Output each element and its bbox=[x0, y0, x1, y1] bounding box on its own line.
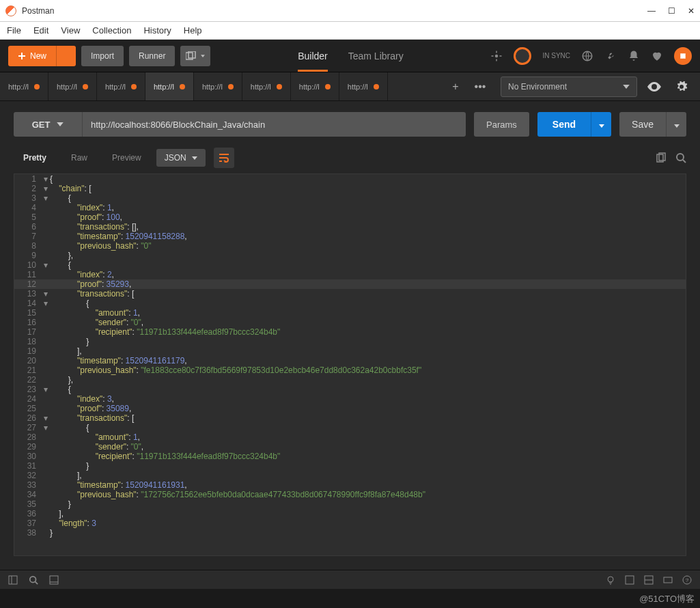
chevron-down-icon bbox=[599, 124, 604, 128]
params-button[interactable]: Params bbox=[474, 112, 529, 137]
code-line: 30 "recipient": "11971b133f444efead8f97b… bbox=[14, 452, 686, 461]
new-label: New bbox=[30, 51, 46, 61]
heart-icon[interactable] bbox=[651, 50, 663, 62]
unsaved-dot-icon bbox=[277, 84, 282, 89]
send-button[interactable]: Send bbox=[537, 112, 591, 137]
code-line: 20 "timestamp": 1520941161179, bbox=[14, 356, 686, 365]
environment-quicklook-button[interactable] bbox=[644, 77, 664, 97]
code-line: 5 "proof": 100, bbox=[14, 212, 686, 222]
code-line: 7 "timestamp": 1520941158288, bbox=[14, 232, 686, 241]
request-tab[interactable]: http://l bbox=[0, 72, 48, 100]
request-tab[interactable]: http://l bbox=[242, 72, 291, 100]
eye-icon bbox=[647, 82, 661, 92]
menu-edit[interactable]: Edit bbox=[33, 25, 48, 36]
request-tab[interactable]: http://l bbox=[97, 72, 145, 100]
new-dropdown[interactable] bbox=[56, 46, 76, 66]
http-method-select[interactable]: GET bbox=[14, 112, 82, 137]
tab-label: http://l bbox=[251, 83, 271, 91]
menu-view[interactable]: View bbox=[61, 25, 80, 36]
http-method-label: GET bbox=[32, 120, 51, 130]
request-tabs-bar: http://lhttp://lhttp://lhttp://lhttp://l… bbox=[0, 72, 700, 101]
window-title: Postman bbox=[22, 6, 647, 16]
chevron-down-icon bbox=[623, 85, 630, 89]
help-icon[interactable]: ? bbox=[682, 575, 692, 585]
request-tab[interactable]: http://l bbox=[339, 72, 388, 100]
find-icon[interactable] bbox=[29, 575, 38, 585]
new-window-button[interactable] bbox=[180, 46, 210, 66]
save-button[interactable]: Save bbox=[619, 112, 666, 137]
code-line: 35 } bbox=[14, 499, 686, 509]
new-button[interactable]: New bbox=[8, 46, 56, 66]
code-line: 24 "index": 3, bbox=[14, 394, 686, 404]
code-line: 18 } bbox=[14, 337, 686, 346]
keyboard-icon[interactable] bbox=[663, 575, 673, 585]
plus-icon bbox=[18, 52, 26, 60]
sidebar-toggle-icon[interactable] bbox=[8, 575, 18, 585]
menu-history[interactable]: History bbox=[143, 25, 171, 36]
code-line: 28 "amount": 1, bbox=[14, 432, 686, 442]
environment-settings-button[interactable] bbox=[671, 77, 692, 97]
new-tab-button[interactable]: + bbox=[443, 81, 468, 93]
bulb-icon[interactable] bbox=[606, 575, 615, 585]
search-icon[interactable] bbox=[675, 152, 686, 163]
save-dropdown[interactable] bbox=[666, 112, 686, 137]
title-bar: Postman ― ☐ ✕ bbox=[0, 0, 700, 22]
menu-help[interactable]: Help bbox=[184, 25, 202, 36]
wrench-icon[interactable] bbox=[604, 50, 617, 62]
tab-options-button[interactable]: ••• bbox=[468, 81, 492, 93]
two-pane-icon[interactable] bbox=[644, 575, 654, 585]
code-line: 29 "sender": "0", bbox=[14, 442, 686, 452]
unsaved-dot-icon bbox=[34, 84, 40, 89]
code-line: 11 "index": 2, bbox=[14, 270, 686, 279]
svg-line-14 bbox=[36, 581, 38, 584]
close-button[interactable]: ✕ bbox=[688, 6, 695, 16]
gear-icon bbox=[675, 81, 688, 93]
capture-icon[interactable] bbox=[490, 50, 503, 62]
builder-tab[interactable]: Builder bbox=[298, 51, 328, 72]
menu-collection[interactable]: Collection bbox=[92, 25, 131, 36]
sync-status-icon[interactable] bbox=[514, 47, 531, 65]
url-input[interactable] bbox=[82, 112, 466, 137]
windows-icon bbox=[186, 51, 197, 61]
globe-icon[interactable] bbox=[581, 50, 593, 62]
svg-point-9 bbox=[677, 154, 684, 161]
environment-select[interactable]: No Environment bbox=[501, 77, 637, 97]
send-dropdown[interactable] bbox=[591, 112, 611, 137]
sync-label: IN SYNC bbox=[542, 52, 570, 59]
maximize-button[interactable]: ☐ bbox=[668, 6, 675, 16]
request-tab[interactable]: http://l bbox=[48, 72, 97, 100]
user-avatar[interactable] bbox=[674, 47, 692, 65]
pretty-tab[interactable]: Pretty bbox=[14, 148, 56, 168]
code-line: 14▾ { bbox=[14, 299, 686, 308]
code-line: 22 }, bbox=[14, 375, 686, 385]
request-tab[interactable]: http://l bbox=[194, 72, 242, 100]
menu-file[interactable]: File bbox=[7, 25, 21, 36]
request-tab[interactable]: http://l bbox=[291, 72, 339, 100]
response-body[interactable]: 1▾{2▾ "chain": [3▾ {4 "index": 1,5 "proo… bbox=[14, 174, 686, 556]
svg-point-17 bbox=[608, 577, 613, 582]
wrap-lines-button[interactable] bbox=[214, 148, 234, 168]
copy-icon[interactable] bbox=[655, 152, 666, 163]
request-tab[interactable]: http://l bbox=[145, 72, 194, 100]
minimize-button[interactable]: ― bbox=[647, 6, 656, 16]
unsaved-dot-icon bbox=[180, 84, 185, 89]
raw-tab[interactable]: Raw bbox=[61, 148, 97, 168]
import-button[interactable]: Import bbox=[81, 46, 124, 66]
bell-icon[interactable] bbox=[628, 50, 640, 62]
svg-rect-6 bbox=[681, 53, 686, 58]
single-pane-icon[interactable] bbox=[625, 575, 634, 585]
runner-button[interactable]: Runner bbox=[129, 46, 175, 66]
unsaved-dot-icon bbox=[325, 84, 331, 89]
chevron-down-icon bbox=[201, 55, 205, 57]
grid-icon bbox=[678, 51, 688, 61]
environment-label: No Environment bbox=[508, 82, 567, 92]
preview-tab[interactable]: Preview bbox=[102, 148, 151, 168]
code-line: 21 "previous_hash": "fe1883cce80c7f36fbd… bbox=[14, 365, 686, 375]
svg-point-4 bbox=[495, 54, 499, 57]
console-icon[interactable] bbox=[49, 575, 59, 585]
code-line: 19 ], bbox=[14, 346, 686, 356]
svg-rect-11 bbox=[9, 576, 17, 584]
format-select[interactable]: JSON bbox=[156, 149, 206, 167]
chevron-down-icon bbox=[192, 156, 197, 160]
team-library-tab[interactable]: Team Library bbox=[348, 51, 404, 61]
